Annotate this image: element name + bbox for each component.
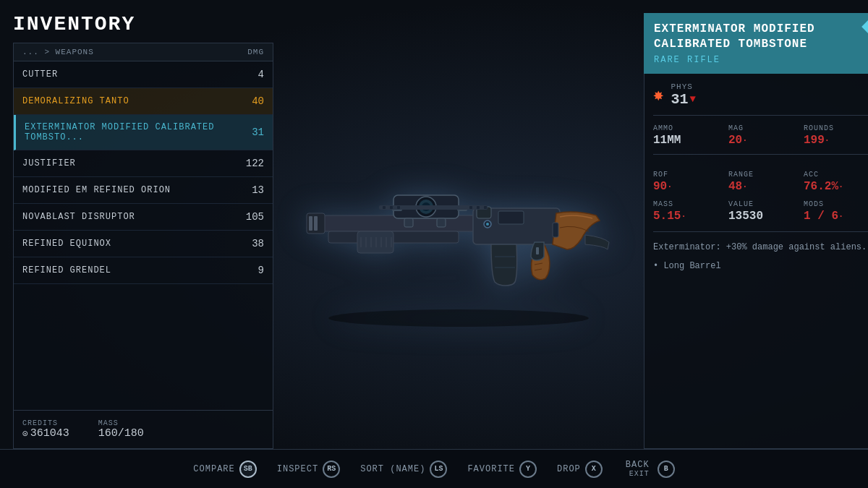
stat-dot: · [838,212,843,222]
svg-rect-41 [553,223,558,237]
weapon-image [285,116,632,347]
mass-stat: MASS 160/180 [98,419,144,440]
mass-label: MASS [98,419,144,427]
list-header: ... > WEAPONS DMG [14,43,273,61]
svg-rect-31 [357,231,393,253]
stat-cell: MASS 5.15· [653,200,723,223]
weapon-name: REFINED GRENDEL [22,265,111,275]
weapon-dmg: 13 [252,184,264,196]
stat-label: ROUNDS [804,124,868,132]
weapon-row[interactable]: REFINED GRENDEL 9 [14,257,273,284]
stat-cell: VALUE 13530 [728,200,798,223]
breadcrumb: ... > WEAPONS [22,48,94,56]
item-title: EXTERMINATOR MODIFIEDCALIBRATED TOMBSTON… [654,22,868,52]
damage-value: 31 ▼ [671,91,695,108]
weapon-row[interactable]: NOVABLAST DISRUPTOR 105 [14,204,273,231]
weapon-dmg: 31 [252,127,264,138]
svg-rect-3 [309,216,312,231]
back-button[interactable]: BACK EXIT B [626,460,675,478]
weapon-dmg: 4 [258,69,264,80]
stat-label: MASS [653,200,723,208]
weapon-row[interactable]: JUSTIFIER 122 [14,150,273,177]
weapon-dmg: 105 [246,211,264,223]
sort-key: LS [430,461,447,478]
weapon-row[interactable]: DEMORALIZING TANTO 40 [14,88,273,115]
svg-rect-21 [469,206,472,209]
sort-label: SORT (NAME) [360,464,425,474]
stat-dot: · [838,182,843,192]
stat-cell: MODS 1 / 6· [804,200,868,223]
stats-row-divider [653,154,868,155]
left-panel: INVENTORY ... > WEAPONS DMG CUTTER 4 DEM… [13,13,273,449]
svg-rect-12 [404,218,413,227]
back-bottom: EXIT [629,470,650,478]
weapon-dmg: 122 [246,158,264,169]
action-bar: COMPARE SB INSPECT RS SORT (NAME) LS FAV… [0,449,868,488]
back-top: BACK [626,460,650,470]
mass-value: 160/180 [98,427,144,440]
weapon-row[interactable]: MODIFIED EM REFINED ORION 13 [14,177,273,204]
weapon-row[interactable]: EXTERMINATOR MODIFIED CALIBRATED TOMBSTO… [14,115,273,150]
stat-label: ACC [804,171,868,179]
favorite-key: Y [519,461,537,478]
mod-item: Long Barrel [653,261,868,271]
favorite-button[interactable]: FAVORITE Y [467,461,537,478]
stat-dot: · [825,136,830,146]
credits-label: CREDITS [22,419,69,427]
stat-cell: ACC 76.2%· [804,171,868,193]
inspect-label: INSPECT [277,464,318,474]
weapon-row[interactable]: CUTTER 4 [14,61,273,88]
drop-label: DROP [557,464,581,474]
item-stats-panel: ✸ PHYS 31 ▼ AMMO 11MM MAG 20· [644,74,868,449]
svg-point-40 [486,223,489,226]
dmg-column-header: DMG [247,48,264,56]
credits-value: ⊙ 361043 [22,427,69,440]
svg-rect-28 [536,247,539,254]
compare-label: COMPARE [193,464,234,474]
weapon-name: REFINED EQUINOX [22,239,111,249]
inspect-button[interactable]: INSPECT RS [277,461,340,478]
stat-label: ROF [653,171,723,179]
svg-rect-22 [477,206,480,209]
weapon-row[interactable]: REFINED EQUINOX 38 [14,231,273,257]
stat-value: 5.15· [653,210,723,223]
stat-label: RANGE [728,171,798,179]
svg-rect-16 [498,211,524,224]
svg-rect-19 [390,206,393,209]
inventory-footer: CREDITS ⊙ 361043 MASS 160/180 [13,411,273,449]
stat-value: 13530 [728,210,798,223]
weapon-dmg: 38 [252,238,264,249]
credits-icon: ⊙ [22,428,28,440]
stat-cell: MAG 20· [728,124,798,147]
svg-rect-23 [484,206,487,209]
favorite-label: FAVORITE [467,464,515,474]
action-buttons: COMPARE SB INSPECT RS SORT (NAME) LS FAV… [193,461,602,478]
weapon-rows-container: CUTTER 4 DEMORALIZING TANTO 40 EXTERMINA… [14,61,273,284]
weapon-list: ... > WEAPONS DMG CUTTER 4 DEMORALIZING … [13,43,273,411]
compare-button[interactable]: COMPARE SB [193,461,256,478]
damage-type: PHYS [671,82,695,91]
sort-button[interactable]: SORT (NAME) LS [360,461,447,478]
weapon-name: EXTERMINATOR MODIFIED CALIBRATED TOMBSTO… [25,122,252,142]
stat-value: 1 / 6· [804,210,868,223]
item-rarity: RARE RIFLE [654,55,868,65]
weapon-name: JUSTIFIER [22,158,76,168]
stat-label: AMMO [653,124,723,132]
item-mods: Long Barrel [653,261,868,271]
weapon-name: NOVABLAST DISRUPTOR [22,212,135,222]
weapon-name: MODIFIED EM REFINED ORION [22,185,171,195]
back-key[interactable]: B [658,461,675,478]
stat-dot: · [742,136,747,146]
drop-button[interactable]: DROP X [557,461,603,478]
stat-value: 90· [653,180,723,193]
stat-dot: · [667,182,672,192]
stat-label: VALUE [728,200,798,208]
svg-rect-20 [397,206,400,209]
svg-rect-13 [437,218,446,227]
damage-arrow: ▼ [689,93,695,105]
stat-cell: ROUNDS 199· [804,124,868,147]
weapon-name: CUTTER [22,69,58,80]
damage-info: PHYS 31 ▼ [671,82,695,108]
stat-value: 76.2%· [804,180,868,193]
svg-rect-18 [383,206,386,209]
